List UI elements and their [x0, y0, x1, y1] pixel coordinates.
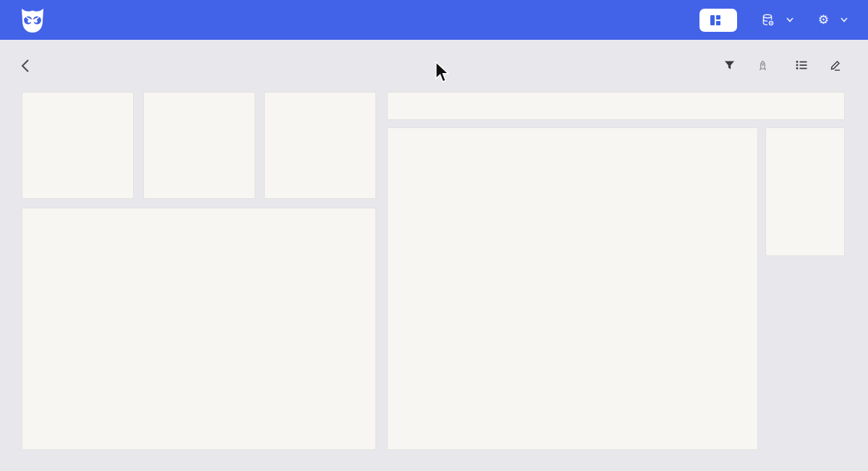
pie-chart-card — [22, 208, 376, 450]
legend-item — [566, 420, 579, 427]
add-filter-button[interactable] — [724, 60, 740, 70]
dashboards-button[interactable] — [699, 9, 737, 32]
kpi-total-profit — [264, 92, 376, 199]
bar-chart-card — [387, 127, 758, 450]
kpi-total-orders — [22, 92, 134, 199]
nav-right: ⚙ — [699, 9, 848, 32]
mouse-cursor — [435, 61, 451, 83]
settings-menu[interactable]: ⚙ — [818, 14, 848, 26]
pie-chart-title — [22, 208, 375, 221]
top-navbar: ⚙ — [0, 0, 868, 40]
database-icon — [762, 14, 775, 27]
sales-dashboard-app: ⚙ — [0, 0, 868, 471]
dashboards-grid-icon — [710, 14, 721, 26]
metric-control-panel — [387, 92, 845, 120]
date-range-panel — [765, 127, 845, 256]
pie-chart-svg[interactable] — [22, 243, 377, 386]
legend-dot — [566, 420, 574, 427]
options-button[interactable] — [796, 60, 812, 70]
data-warehouse-menu[interactable] — [762, 14, 793, 27]
bar-chart-legend — [388, 420, 757, 427]
chevron-down-icon — [841, 17, 848, 22]
options-list-icon — [796, 60, 807, 70]
boost-toggle[interactable] — [757, 60, 778, 71]
filter-funnel-icon — [724, 60, 735, 70]
bar-chart-title — [388, 128, 757, 141]
gear-icon: ⚙ — [818, 14, 829, 26]
pencil-edit-icon — [830, 59, 841, 71]
toolbar-actions — [724, 59, 846, 71]
owl-logo-icon — [19, 7, 46, 34]
chevron-down-icon — [786, 17, 793, 22]
rocket-icon — [757, 60, 768, 71]
edit-button[interactable] — [830, 59, 846, 71]
kpi-total-cost — [143, 92, 255, 199]
bar-chart-svg[interactable] — [388, 163, 759, 416]
brand[interactable] — [19, 7, 54, 34]
back-button[interactable] — [19, 58, 33, 74]
